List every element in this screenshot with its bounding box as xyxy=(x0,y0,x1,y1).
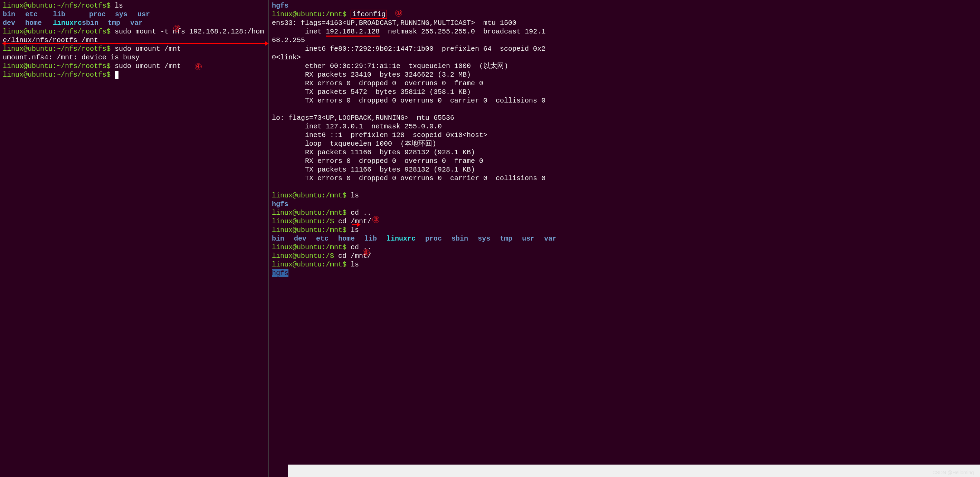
dir-var: var xyxy=(544,235,557,243)
prompt: linux@ubuntu:/mnt$ xyxy=(272,209,351,217)
hgfs-highlight: hgfs xyxy=(272,269,977,277)
cdup-line: linux@ubuntu:/mnt$ cd .. xyxy=(272,208,977,217)
ls-line: linux@ubuntu:/mnt$ ls xyxy=(272,191,977,200)
prompt: linux@ubuntu:/mnt$ xyxy=(272,192,351,200)
dir-etc: etc xyxy=(316,235,329,243)
inet6-wrap: 0<link> xyxy=(272,53,977,62)
ls-output-row1: binetclibprocsysusr xyxy=(3,10,266,19)
ether-line: ether 00:0c:29:71:a1:1e txqueuelen 1000 … xyxy=(272,62,977,70)
prompt-cursor-line: linux@ubuntu:~/nfs/rootfs$ xyxy=(3,70,266,79)
cdmnt-line2: linux@ubuntu:/$ cd /mnt/ xyxy=(272,252,977,260)
dir-proc: proc xyxy=(425,235,442,243)
dir-tmp: tmp xyxy=(108,19,130,27)
lo-tx-errors: TX errors 0 dropped 0 overruns 0 carrier… xyxy=(272,174,977,182)
prompt: linux@ubuntu:/mnt$ xyxy=(272,243,351,251)
dir-lib: lib xyxy=(364,235,377,243)
mount-arrow-head-right xyxy=(265,41,269,46)
dir-var: var xyxy=(130,19,143,27)
dir-sys: sys xyxy=(478,235,490,243)
prompt: linux@ubuntu:/mnt$ xyxy=(272,10,351,18)
dir-proc: proc xyxy=(89,10,115,19)
lo-inet6: inet6 ::1 prefixlen 128 scopeid 0x10<hos… xyxy=(272,131,977,139)
dir-dev: dev xyxy=(294,235,306,243)
prompt: linux@ubuntu:~/nfs/rootfs$ xyxy=(3,45,115,53)
dir-bin: bin xyxy=(272,235,284,243)
dir-sys: sys xyxy=(115,10,137,19)
ls-output-dirs: bindevetchomeliblinuxrcprocsbinsystmpusr… xyxy=(272,235,977,243)
cmd-ls: ls xyxy=(351,226,359,234)
dir-hgfs: hgfs xyxy=(272,2,977,10)
dir-usr: usr xyxy=(522,235,535,243)
dir-home: home xyxy=(25,19,53,27)
mount-command-line: linux@ubuntu:~/nfs/rootfs$ sudo mount -t… xyxy=(3,27,266,36)
cmd-mount: sudo mount -t nfs 192.168.2.128:/hom xyxy=(115,28,264,36)
cmd-cdmnt: cd /mnt/ xyxy=(338,252,371,260)
cmd-ls: ls xyxy=(351,192,359,200)
tx-errors: TX errors 0 dropped 0 overruns 0 carrier… xyxy=(272,96,977,105)
inet-rest: netmask 255.255.255.0 broadcast 192.1 xyxy=(380,28,546,36)
prompt: linux@ubuntu:~/nfs/rootfs$ xyxy=(3,71,115,79)
prompt: linux@ubuntu:/mnt$ xyxy=(272,226,351,234)
inet-wrap: 68.2.255 xyxy=(272,36,977,44)
inet-ip: 192.168.2.128 xyxy=(326,28,380,36)
dir-sbin: sbin xyxy=(82,19,108,27)
prompt: linux@ubuntu:/mnt$ xyxy=(272,261,351,269)
dir-tmp: tmp xyxy=(500,235,512,243)
dir-sbin: sbin xyxy=(452,235,468,243)
cursor xyxy=(115,71,118,79)
prompt: linux@ubuntu:/$ xyxy=(272,252,338,260)
watermark: CSDN @Helloming_ xyxy=(932,470,977,476)
dir-hgfs-hl: hgfs xyxy=(272,269,288,277)
rx-packets: RX packets 23410 bytes 3246622 (3.2 MB) xyxy=(272,70,977,79)
prompt: linux@ubuntu:/$ xyxy=(272,217,338,225)
mount-arrow-line xyxy=(4,43,267,44)
cmd-cdup: cd .. xyxy=(351,209,371,217)
right-terminal[interactable]: hgfs linux@ubuntu:/mnt$ ifconfig ens33: … xyxy=(269,0,980,477)
cmd-cdup: cd .. xyxy=(351,243,371,251)
umount-line2: linux@ubuntu:~/nfs/rootfs$ sudo umount /… xyxy=(3,62,266,70)
left-terminal[interactable]: linux@ubuntu:~/nfs/rootfs$ ls binetclibp… xyxy=(0,0,269,477)
blank xyxy=(272,182,977,191)
umount-line1: linux@ubuntu:~/nfs/rootfs$ sudo umount /… xyxy=(3,44,266,53)
footer-bar xyxy=(288,464,980,477)
inet-prefix: inet xyxy=(272,28,326,36)
link-linuxrc: linuxrc xyxy=(387,235,415,242)
ens33-header: ens33: flags=4163<UP,BROADCAST,RUNNING,M… xyxy=(272,19,977,27)
lo-rx-errors: RX errors 0 dropped 0 overruns 0 frame 0 xyxy=(272,157,977,165)
ifconfig-line: linux@ubuntu:/mnt$ ifconfig xyxy=(272,10,977,19)
user-host: linux@ubuntu:~/nfs/rootfs$ xyxy=(3,2,115,10)
prompt: linux@ubuntu:~/nfs/rootfs$ xyxy=(3,28,115,36)
prompt-line: linux@ubuntu:~/nfs/rootfs$ ls xyxy=(3,2,266,10)
cmd-umount: sudo umount /mnt xyxy=(115,62,181,70)
lo-loop: loop txqueuelen 1000 (本地环回) xyxy=(272,139,977,148)
cmd-umount: sudo umount /mnt xyxy=(115,45,181,53)
prompt: linux@ubuntu:~/nfs/rootfs$ xyxy=(3,62,115,70)
lo-inet: inet 127.0.0.1 netmask 255.0.0.0 xyxy=(272,122,977,131)
blank xyxy=(272,105,977,114)
dir-dev: dev xyxy=(3,19,25,27)
inet6-line: inet6 fe80::7292:9b02:1447:1b00 prefixle… xyxy=(272,44,977,53)
lo-tx-packets: TX packets 11166 bytes 928132 (928.1 KB) xyxy=(272,165,977,174)
dir-lib: lib xyxy=(53,10,89,19)
ls-output-row2: devhomelinuxrcsbintmpvar xyxy=(3,19,266,27)
dir-bin: bin xyxy=(3,10,25,19)
dir-usr: usr xyxy=(137,10,150,19)
dir-hgfs: hgfs xyxy=(272,200,977,208)
rx-errors: RX errors 0 dropped 0 overruns 0 frame 0 xyxy=(272,79,977,88)
ls-line3: linux@ubuntu:/mnt$ ls xyxy=(272,260,977,269)
cmd-ls: ls xyxy=(351,261,359,269)
mount-arrow-head-left xyxy=(2,41,6,46)
tx-packets: TX packets 5472 bytes 358112 (358.1 KB) xyxy=(272,88,977,96)
cdup-line2: linux@ubuntu:/mnt$ cd .. xyxy=(272,243,977,252)
lo-header: lo: flags=73<UP,LOOPBACK,RUNNING> mtu 65… xyxy=(272,114,977,122)
link-linuxrc: linuxrc xyxy=(53,19,82,27)
umount-error: umount.nfs4: /mnt: device is busy xyxy=(3,53,266,62)
dir-etc: etc xyxy=(25,10,53,19)
cmd-text: ls xyxy=(115,2,123,10)
lib-arrow-head xyxy=(357,223,361,227)
cdmnt-line: linux@ubuntu:/$ cd /mnt/ xyxy=(272,217,977,226)
inet-line: inet 192.168.2.128 netmask 255.255.255.0… xyxy=(272,27,977,36)
cmd-ifconfig: ifconfig xyxy=(351,10,387,19)
dir-home: home xyxy=(338,235,355,243)
lo-rx-packets: RX packets 11166 bytes 928132 (928.1 KB) xyxy=(272,148,977,157)
